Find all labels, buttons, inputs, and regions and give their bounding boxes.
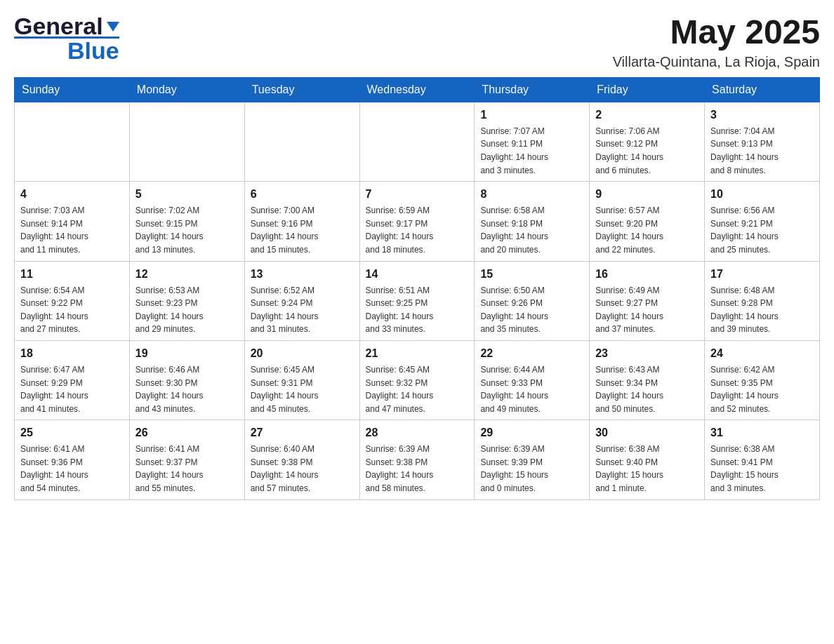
calendar-cell: 17Sunrise: 6:48 AM Sunset: 9:28 PM Dayli…: [705, 261, 820, 340]
day-number: 24: [710, 345, 814, 362]
weekday-header-monday: Monday: [129, 77, 244, 102]
day-number: 16: [595, 266, 699, 283]
calendar-cell: 21Sunrise: 6:45 AM Sunset: 9:32 PM Dayli…: [359, 340, 475, 420]
day-number: 28: [366, 424, 469, 441]
calendar-cell: 25Sunrise: 6:41 AM Sunset: 9:36 PM Dayli…: [15, 420, 130, 499]
calendar-cell: 19Sunrise: 6:46 AM Sunset: 9:30 PM Dayli…: [129, 340, 244, 420]
weekday-header-tuesday: Tuesday: [244, 77, 359, 102]
day-number: 12: [135, 266, 239, 283]
weekday-header-thursday: Thursday: [475, 77, 590, 102]
logo-general: General: [14, 14, 103, 38]
calendar-cell: [15, 102, 130, 181]
day-info: Sunrise: 6:38 AM Sunset: 9:40 PM Dayligh…: [595, 443, 699, 495]
day-number: 25: [20, 424, 124, 441]
calendar-cell: 6Sunrise: 7:00 AM Sunset: 9:16 PM Daylig…: [244, 182, 359, 261]
week-row-1: 1Sunrise: 7:07 AM Sunset: 9:11 PM Daylig…: [15, 102, 820, 181]
weekday-header-wednesday: Wednesday: [359, 77, 475, 102]
day-info: Sunrise: 7:07 AM Sunset: 9:11 PM Dayligh…: [480, 125, 583, 177]
day-number: 3: [710, 107, 814, 123]
weekday-header-row: SundayMondayTuesdayWednesdayThursdayFrid…: [15, 77, 820, 102]
logo-blue: Blue: [67, 39, 119, 62]
week-row-5: 25Sunrise: 6:41 AM Sunset: 9:36 PM Dayli…: [15, 420, 820, 499]
calendar-cell: 10Sunrise: 6:56 AM Sunset: 9:21 PM Dayli…: [705, 182, 820, 261]
day-info: Sunrise: 6:57 AM Sunset: 9:20 PM Dayligh…: [595, 204, 699, 256]
day-info: Sunrise: 6:58 AM Sunset: 9:18 PM Dayligh…: [480, 204, 583, 256]
day-number: 20: [251, 345, 354, 362]
weekday-header-friday: Friday: [590, 77, 705, 102]
day-number: 15: [480, 266, 583, 283]
calendar-cell: 12Sunrise: 6:53 AM Sunset: 9:23 PM Dayli…: [129, 261, 244, 340]
day-info: Sunrise: 7:06 AM Sunset: 9:12 PM Dayligh…: [595, 125, 699, 177]
calendar-cell: 18Sunrise: 6:47 AM Sunset: 9:29 PM Dayli…: [15, 340, 130, 420]
calendar-cell: 28Sunrise: 6:39 AM Sunset: 9:38 PM Dayli…: [359, 420, 475, 499]
calendar-cell: 24Sunrise: 6:42 AM Sunset: 9:35 PM Dayli…: [705, 340, 820, 420]
day-number: 14: [366, 266, 469, 283]
calendar-cell: 1Sunrise: 7:07 AM Sunset: 9:11 PM Daylig…: [475, 102, 590, 181]
day-number: 22: [480, 345, 583, 362]
day-number: 31: [710, 424, 814, 441]
day-number: 19: [135, 345, 239, 362]
calendar-cell: [129, 102, 244, 181]
calendar-cell: 3Sunrise: 7:04 AM Sunset: 9:13 PM Daylig…: [705, 102, 820, 181]
calendar-cell: 8Sunrise: 6:58 AM Sunset: 9:18 PM Daylig…: [475, 182, 590, 261]
day-number: 7: [366, 186, 469, 203]
day-number: 6: [251, 186, 354, 203]
day-info: Sunrise: 6:51 AM Sunset: 9:25 PM Dayligh…: [366, 284, 469, 336]
title-area: May 2025 Villarta-Quintana, La Rioja, Sp…: [613, 14, 820, 70]
calendar-cell: 4Sunrise: 7:03 AM Sunset: 9:14 PM Daylig…: [15, 182, 130, 261]
day-info: Sunrise: 6:48 AM Sunset: 9:28 PM Dayligh…: [710, 284, 814, 336]
calendar-cell: 13Sunrise: 6:52 AM Sunset: 9:24 PM Dayli…: [244, 261, 359, 340]
calendar-cell: [244, 102, 359, 181]
day-info: Sunrise: 6:41 AM Sunset: 9:37 PM Dayligh…: [135, 443, 239, 495]
day-info: Sunrise: 6:39 AM Sunset: 9:39 PM Dayligh…: [480, 443, 583, 495]
day-number: 11: [20, 266, 124, 283]
day-info: Sunrise: 6:44 AM Sunset: 9:33 PM Dayligh…: [480, 363, 583, 415]
calendar-cell: 5Sunrise: 7:02 AM Sunset: 9:15 PM Daylig…: [129, 182, 244, 261]
calendar-cell: 16Sunrise: 6:49 AM Sunset: 9:27 PM Dayli…: [590, 261, 705, 340]
day-info: Sunrise: 6:52 AM Sunset: 9:24 PM Dayligh…: [251, 284, 354, 336]
day-info: Sunrise: 7:02 AM Sunset: 9:15 PM Dayligh…: [135, 204, 239, 256]
month-title: May 2025: [613, 14, 820, 51]
calendar-cell: 14Sunrise: 6:51 AM Sunset: 9:25 PM Dayli…: [359, 261, 475, 340]
weekday-header-sunday: Sunday: [15, 77, 130, 102]
calendar-cell: 27Sunrise: 6:40 AM Sunset: 9:38 PM Dayli…: [244, 420, 359, 499]
page-header: General Blue May 2025 Villarta-Quintana,…: [14, 14, 820, 70]
calendar-cell: 20Sunrise: 6:45 AM Sunset: 9:31 PM Dayli…: [244, 340, 359, 420]
calendar-cell: 15Sunrise: 6:50 AM Sunset: 9:26 PM Dayli…: [475, 261, 590, 340]
calendar-cell: 31Sunrise: 6:38 AM Sunset: 9:41 PM Dayli…: [705, 420, 820, 499]
day-info: Sunrise: 6:40 AM Sunset: 9:38 PM Dayligh…: [251, 443, 354, 495]
day-info: Sunrise: 7:04 AM Sunset: 9:13 PM Dayligh…: [710, 125, 814, 177]
calendar-cell: 22Sunrise: 6:44 AM Sunset: 9:33 PM Dayli…: [475, 340, 590, 420]
week-row-2: 4Sunrise: 7:03 AM Sunset: 9:14 PM Daylig…: [15, 182, 820, 261]
day-info: Sunrise: 6:53 AM Sunset: 9:23 PM Dayligh…: [135, 284, 239, 336]
day-info: Sunrise: 7:03 AM Sunset: 9:14 PM Dayligh…: [20, 204, 124, 256]
day-number: 13: [251, 266, 354, 283]
day-number: 17: [710, 266, 814, 283]
location: Villarta-Quintana, La Rioja, Spain: [613, 54, 820, 70]
day-info: Sunrise: 7:00 AM Sunset: 9:16 PM Dayligh…: [251, 204, 354, 256]
day-number: 1: [480, 107, 583, 123]
day-info: Sunrise: 6:49 AM Sunset: 9:27 PM Dayligh…: [595, 284, 699, 336]
calendar-cell: 23Sunrise: 6:43 AM Sunset: 9:34 PM Dayli…: [590, 340, 705, 420]
calendar-table: SundayMondayTuesdayWednesdayThursdayFrid…: [14, 77, 820, 500]
day-info: Sunrise: 6:54 AM Sunset: 9:22 PM Dayligh…: [20, 284, 124, 336]
weekday-header-saturday: Saturday: [705, 77, 820, 102]
day-number: 5: [135, 186, 239, 203]
day-number: 23: [595, 345, 699, 362]
day-info: Sunrise: 6:42 AM Sunset: 9:35 PM Dayligh…: [710, 363, 814, 415]
day-number: 10: [710, 186, 814, 203]
day-number: 8: [480, 186, 583, 203]
calendar-cell: 11Sunrise: 6:54 AM Sunset: 9:22 PM Dayli…: [15, 261, 130, 340]
day-info: Sunrise: 6:47 AM Sunset: 9:29 PM Dayligh…: [20, 363, 124, 415]
day-info: Sunrise: 6:46 AM Sunset: 9:30 PM Dayligh…: [135, 363, 239, 415]
day-info: Sunrise: 6:45 AM Sunset: 9:32 PM Dayligh…: [366, 363, 469, 415]
week-row-3: 11Sunrise: 6:54 AM Sunset: 9:22 PM Dayli…: [15, 261, 820, 340]
day-number: 4: [20, 186, 124, 203]
day-number: 18: [20, 345, 124, 362]
week-row-4: 18Sunrise: 6:47 AM Sunset: 9:29 PM Dayli…: [15, 340, 820, 420]
calendar-cell: 29Sunrise: 6:39 AM Sunset: 9:39 PM Dayli…: [475, 420, 590, 499]
calendar-cell: 2Sunrise: 7:06 AM Sunset: 9:12 PM Daylig…: [590, 102, 705, 181]
day-info: Sunrise: 6:45 AM Sunset: 9:31 PM Dayligh…: [251, 363, 354, 415]
day-info: Sunrise: 6:59 AM Sunset: 9:17 PM Dayligh…: [366, 204, 469, 256]
day-info: Sunrise: 6:39 AM Sunset: 9:38 PM Dayligh…: [366, 443, 469, 495]
